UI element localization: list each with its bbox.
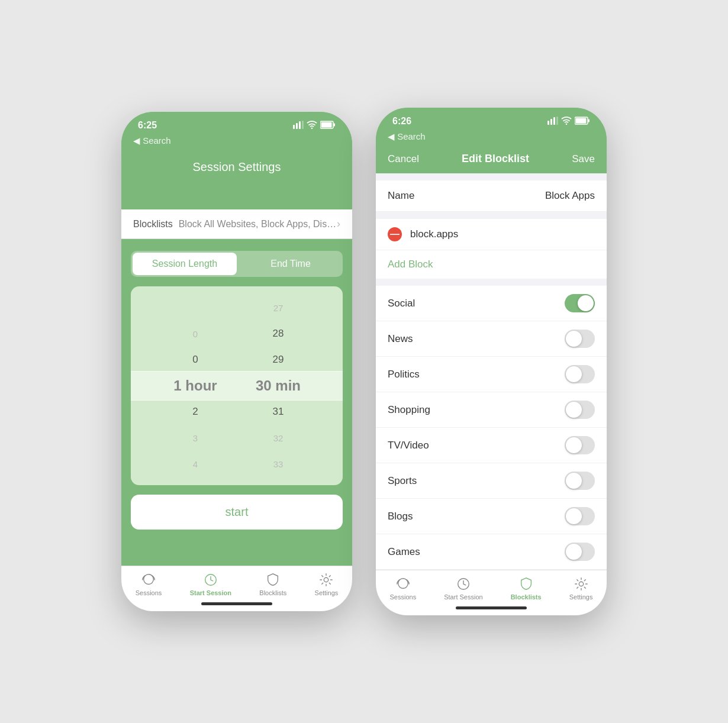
category-shopping-label: Shopping	[388, 404, 430, 416]
cancel-button[interactable]: Cancel	[388, 153, 419, 165]
sessions-icon-right	[395, 576, 411, 592]
nav-search-left[interactable]: ◀ Search	[121, 134, 352, 152]
category-shopping: Shopping	[376, 392, 607, 428]
min-item-28: 28	[237, 321, 320, 347]
status-bar-left: 6:25	[121, 112, 352, 134]
category-games-label: Games	[388, 546, 420, 558]
status-icons-right	[547, 117, 590, 127]
home-bar-left	[201, 602, 272, 605]
politics-toggle-knob	[566, 366, 582, 382]
signal-icon	[293, 121, 304, 131]
tab-settings-right[interactable]: Settings	[563, 576, 599, 601]
tab-settings-left[interactable]: Settings	[309, 572, 344, 596]
category-social: Social	[376, 286, 607, 321]
nav-search-right[interactable]: ◀ Search	[376, 130, 607, 148]
session-length-tab[interactable]: Session Length	[133, 253, 237, 275]
tab-blocklists-right[interactable]: Blocklists	[505, 576, 547, 601]
wifi-icon	[307, 121, 317, 131]
sports-toggle[interactable]	[565, 472, 595, 490]
tab-blocklists-left[interactable]: Blocklists	[253, 572, 292, 596]
min-item-27: 27	[237, 295, 320, 321]
time-left: 6:25	[138, 120, 157, 131]
shopping-toggle[interactable]	[565, 401, 595, 419]
back-button-left[interactable]: ◀ Search	[133, 135, 171, 146]
svg-rect-12	[556, 117, 558, 125]
svg-rect-3	[302, 121, 304, 129]
status-bar-right: 6:26	[376, 108, 607, 130]
hour-item-4: 4	[154, 451, 237, 477]
home-indicator-left	[121, 599, 352, 611]
category-tv-video-label: TV/Video	[388, 440, 429, 451]
svg-rect-2	[299, 121, 301, 129]
edit-blocklist-navbar: Cancel Edit Blocklist Save	[376, 148, 607, 173]
games-toggle[interactable]	[565, 543, 595, 561]
remove-block-button[interactable]: —	[388, 227, 402, 241]
blogs-toggle[interactable]	[565, 507, 595, 525]
start-button-left[interactable]: start	[131, 495, 343, 530]
settings-label-left: Settings	[315, 589, 339, 596]
start-session-icon-right	[456, 576, 471, 592]
name-block-row: Name Block Apps	[376, 180, 607, 212]
svg-rect-14	[576, 118, 587, 123]
blocklists-label: Blocklists	[133, 219, 173, 230]
blocked-item-name: block.apps	[410, 228, 458, 240]
sessions-label-left: Sessions	[136, 589, 162, 596]
social-toggle-knob	[578, 295, 594, 311]
blocklists-row[interactable]: Blocklists Block All Websites, Block App…	[121, 209, 352, 239]
hour-item-selected: 1 hour	[154, 373, 237, 399]
category-blogs-label: Blogs	[388, 511, 413, 522]
category-news: News	[376, 321, 607, 357]
tab-sessions-right[interactable]: Sessions	[384, 576, 423, 601]
name-label: Name	[388, 190, 414, 202]
status-icons-left	[293, 121, 336, 131]
svg-rect-1	[296, 123, 298, 129]
time-picker[interactable]: 0 0 1 hour 2 3 4 27 28 29 30 min 31 32 3…	[131, 286, 343, 485]
hour-item-3: 3	[154, 425, 237, 451]
category-social-label: Social	[388, 298, 415, 309]
svg-rect-6	[334, 123, 336, 126]
category-sports: Sports	[376, 463, 607, 499]
green-section: Session Length End Time 0 0 1 hour 2 3 4	[121, 239, 352, 566]
home-indicator-right	[376, 603, 607, 615]
tab-bar-left: Sessions Start Session Blocklists Settin…	[121, 566, 352, 599]
sessions-label-right: Sessions	[390, 593, 417, 601]
back-button-right[interactable]: ◀ Search	[388, 131, 426, 141]
sports-toggle-knob	[566, 473, 582, 489]
add-block-row[interactable]: Add Block	[376, 250, 607, 279]
tv-video-toggle-knob	[566, 437, 582, 453]
tab-bar-right: Sessions Start Session Blocklists Settin…	[376, 570, 607, 603]
min-item-32: 32	[237, 425, 320, 451]
blogs-toggle-knob	[566, 508, 582, 524]
categories-section: Social News Politics Shopping	[376, 286, 607, 570]
category-tv-video: TV/Video	[376, 428, 607, 463]
min-item-selected: 30 min	[237, 373, 320, 399]
svg-rect-5	[321, 122, 332, 127]
category-politics: Politics	[376, 357, 607, 392]
left-phone: 6:25 ◀ Search Session Settings Blocklist…	[121, 112, 352, 611]
battery-icon-right	[575, 117, 590, 127]
politics-toggle[interactable]	[565, 365, 595, 383]
svg-point-8	[324, 577, 328, 582]
start-session-label-left: Start Session	[190, 589, 231, 596]
blocklists-label-left: Blocklists	[259, 589, 286, 596]
news-toggle-knob	[566, 331, 582, 347]
tv-video-toggle[interactable]	[565, 436, 595, 454]
signal-icon-right	[547, 117, 558, 127]
minutes-column: 27 28 29 30 min 31 32 33	[237, 292, 320, 479]
end-time-tab[interactable]: End Time	[239, 251, 343, 277]
tab-sessions-left[interactable]: Sessions	[130, 572, 168, 596]
tab-toggle[interactable]: Session Length End Time	[131, 251, 343, 277]
svg-point-17	[579, 582, 583, 586]
block-apps-value: Block Apps	[545, 190, 595, 202]
tab-start-session-right[interactable]: Start Session	[438, 576, 488, 601]
hour-item-near-top: 0	[154, 347, 237, 373]
social-toggle[interactable]	[565, 294, 595, 312]
blocklists-chevron: ›	[337, 218, 340, 230]
tab-start-session-left[interactable]: Start Session	[184, 572, 237, 596]
settings-icon-left	[318, 572, 334, 588]
save-button[interactable]: Save	[572, 153, 595, 165]
min-item-33: 33	[237, 451, 320, 477]
blocklists-icon-right	[518, 576, 534, 592]
news-toggle[interactable]	[565, 330, 595, 348]
category-politics-label: Politics	[388, 369, 420, 380]
